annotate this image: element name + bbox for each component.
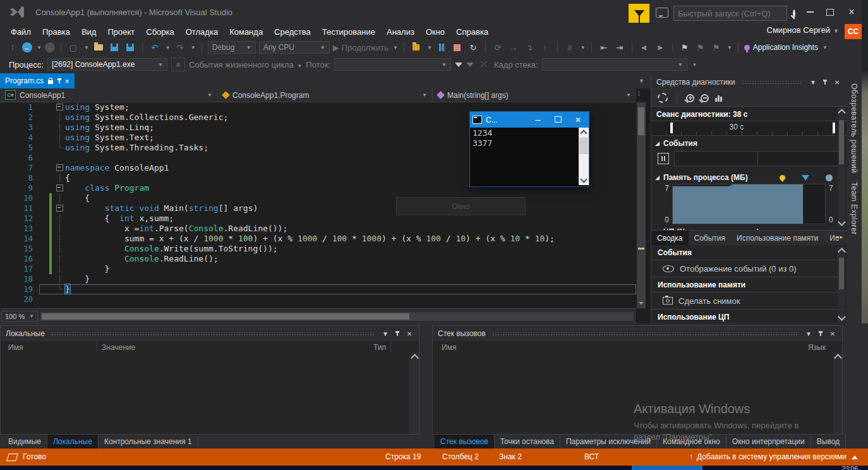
nav-type-dropdown[interactable]: ConsoleApp1.Program▼ [218, 88, 433, 102]
tab-Видимые[interactable]: Видимые [3, 435, 47, 449]
restart-button[interactable]: ↻ [467, 41, 479, 54]
chevron-down-icon[interactable]: ▼ [727, 45, 732, 51]
tab-Вывод[interactable]: Вывод [811, 435, 846, 449]
menu-item-Команда[interactable]: Команда [224, 27, 268, 37]
timeline-ruler[interactable]: 30 с [651, 121, 847, 136]
thread-dropdown[interactable]: ▼ [334, 58, 451, 71]
chevron-down-icon[interactable]: ▼ [37, 45, 42, 51]
close-icon[interactable]: ✕ [405, 330, 414, 337]
tab-Окно интерпретации[interactable]: Окно интерпретации [726, 435, 811, 449]
scrollbar-thumb[interactable] [839, 258, 844, 289]
feedback-icon[interactable] [656, 8, 668, 18]
pin-icon[interactable] [397, 331, 398, 336]
window-position-icon[interactable]: ▼ [804, 330, 813, 337]
events-track[interactable] [674, 151, 840, 166]
menu-item-Проект[interactable]: Проект [102, 27, 140, 37]
tab-События[interactable]: События [689, 231, 732, 245]
scrollbar-thumb[interactable] [579, 138, 588, 154]
outlining-margin[interactable] [56, 163, 64, 173]
signed-in-user[interactable]: Смирнов Сергей▼ [767, 25, 839, 35]
code-line-17[interactable]: 17│ } [0, 264, 636, 274]
nav-member-dropdown[interactable]: Main(string[] args)▼ [433, 88, 636, 102]
drag-handle[interactable] [742, 81, 802, 84]
open-file-button[interactable] [92, 41, 105, 54]
scroll-up-icon[interactable] [834, 354, 842, 362]
navigate-backward-code-button[interactable]: ⇤ [598, 41, 610, 54]
code-line-16[interactable]: 16│ Console.ReadLine(); [0, 254, 636, 264]
timeline-marker-right[interactable] [833, 123, 835, 133]
memory-section-header[interactable]: Память процесса (МБ) [651, 170, 847, 184]
stop-debugging-button[interactable] [451, 41, 464, 54]
menu-item-Отладка[interactable]: Отладка [180, 27, 224, 37]
zoom-out-icon[interactable] [701, 94, 709, 102]
next-bookmark-button[interactable]: ⚑ [710, 41, 723, 54]
outlining-margin[interactable] [56, 183, 64, 193]
diag-scrollbar-top[interactable] [838, 107, 845, 227]
gear-icon[interactable] [658, 93, 668, 103]
new-file-button[interactable]: ▢ [67, 41, 80, 54]
menu-item-Анализ[interactable]: Анализ [381, 27, 420, 37]
callstack-scrollbar[interactable] [833, 352, 842, 434]
scroll-down-icon[interactable] [639, 302, 644, 307]
scroll-up-icon[interactable] [838, 248, 846, 256]
application-insights-button[interactable]: Application Insights [744, 41, 818, 54]
chevron-down-icon[interactable]: ▼ [166, 45, 171, 51]
tab-Командное окно[interactable]: Командное окно [657, 435, 726, 449]
restore-button[interactable] [821, 5, 839, 19]
outlining-margin[interactable] [56, 102, 64, 112]
nav-project-dropdown[interactable]: C# ConsoleApp1▼ [0, 88, 218, 102]
platform-dropdown[interactable]: Any CPU▼ [259, 41, 330, 54]
decrease-indent-button[interactable]: ⫷ [638, 41, 651, 54]
pin-icon[interactable] [820, 331, 821, 336]
undo-button[interactable]: ↶ [148, 41, 161, 54]
break-all-button[interactable] [435, 41, 448, 54]
menu-item-Тестирование[interactable]: Тестирование [316, 27, 381, 37]
navigate-forward-button[interactable]: → [45, 42, 55, 52]
menu-item-Сборка[interactable]: Сборка [140, 27, 180, 37]
take-snapshot-row[interactable]: Сделать снимок [651, 292, 847, 310]
filter-flagged-icon[interactable] [466, 63, 474, 67]
diag-scrollbar-summary[interactable] [838, 246, 845, 322]
scrollbar-thumb[interactable] [42, 313, 409, 320]
menu-item-Файл[interactable]: Файл [5, 27, 37, 37]
scrollbar-thumb[interactable] [839, 120, 844, 164]
tab-Параметры исключений[interactable]: Параметры исключений [560, 435, 657, 449]
show-events-row[interactable]: Отображение событий (0 из 0) [651, 260, 847, 277]
stack-frame-dropdown[interactable]: ▼ [542, 58, 687, 71]
splitter-grip-icon[interactable]: ⁞ [638, 90, 641, 97]
code-line-10[interactable]: 10│ { [0, 193, 636, 203]
close-icon[interactable]: × [64, 76, 69, 86]
lifecycle-events-icon[interactable]: ≡ [171, 57, 185, 71]
show-next-statement-button[interactable]: ⟳ [491, 41, 504, 54]
code-line-18[interactable]: 18│ } [0, 274, 636, 284]
tab-Контрольные значения 1[interactable]: Контрольные значения 1 [99, 435, 198, 449]
chevron-down-icon[interactable]: ▼ [823, 45, 828, 51]
events-section-header[interactable]: События [651, 136, 847, 150]
minimize-button[interactable] [801, 5, 819, 19]
navigate-back-button[interactable]: ← [22, 42, 32, 52]
quick-launch-box[interactable] [673, 6, 787, 21]
code-line-11[interactable]: 11 static void Main(string[] args) [0, 203, 636, 214]
tab-program-cs[interactable]: Program.cs × [0, 73, 75, 88]
console-title-bar[interactable]: C... ✕ [470, 112, 589, 128]
console-close-button[interactable]: ✕ [570, 116, 586, 124]
increase-indent-button[interactable]: ⫸ [654, 41, 666, 54]
solution-config-dropdown[interactable]: Debug▼ [208, 41, 256, 54]
scroll-up-icon[interactable] [838, 109, 846, 117]
snapshot-debug-button[interactable] [410, 41, 423, 54]
chevron-down-icon[interactable]: ▼ [427, 45, 432, 51]
lifecycle-label[interactable]: События жизненного цикла ▼ [189, 60, 302, 69]
redo-button[interactable]: ↷ [174, 41, 186, 54]
scroll-down-icon[interactable] [838, 313, 846, 321]
timeline-marker-left[interactable] [670, 123, 673, 133]
scroll-down-icon[interactable] [580, 176, 587, 183]
tab-scroll-arrows[interactable]: ◂▸ [836, 234, 844, 240]
save-all-button[interactable] [124, 41, 136, 54]
avatar[interactable]: СС [845, 24, 862, 39]
close-button[interactable]: × [843, 5, 860, 19]
scroll-up-icon[interactable] [411, 354, 419, 362]
step-into-button[interactable]: → [507, 41, 520, 54]
drag-handle[interactable] [492, 332, 798, 335]
scrollbar-thumb[interactable] [638, 107, 644, 135]
editor-zoom-dropdown[interactable]: 100 %▼ [1, 311, 38, 322]
